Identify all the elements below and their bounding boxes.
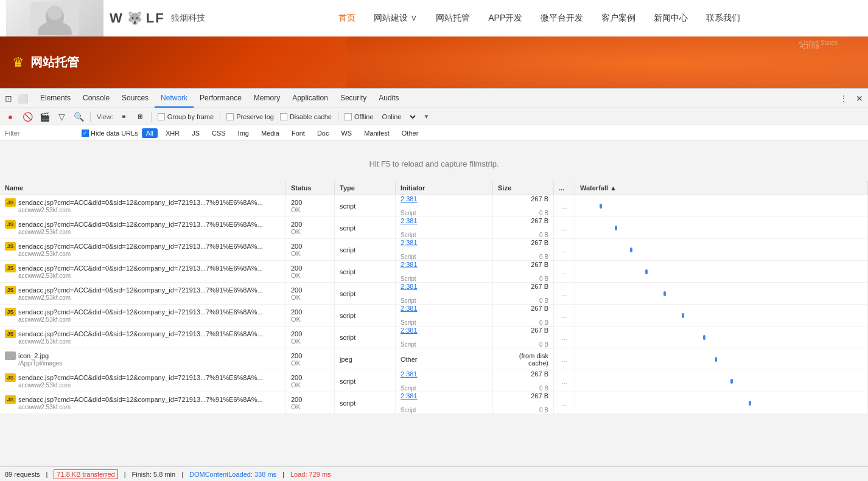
filter-icon[interactable]: ▽ <box>56 111 67 122</box>
devtools-panel: ⊡ ⬜ Elements Console Sources Network Per… <box>0 88 868 481</box>
td-dots[interactable]: ... <box>554 283 575 304</box>
request-host: accwww2.53kf.com <box>18 404 281 410</box>
table-row[interactable]: JS sendacc.jsp?cmd=ACC&did=0&sid=12&comp… <box>0 195 868 217</box>
table-row[interactable]: JS sendacc.jsp?cmd=ACC&did=0&sid=12&comp… <box>0 392 868 414</box>
filter-font[interactable]: Font <box>287 128 309 138</box>
tab-performance[interactable]: Performance <box>194 89 248 108</box>
close-devtools-icon[interactable]: ✕ <box>854 93 865 104</box>
nav-contact[interactable]: 联系我们 <box>706 13 740 24</box>
th-size[interactable]: Size <box>493 181 554 195</box>
filter-all[interactable]: All <box>142 128 158 138</box>
list-view-icon[interactable]: ≡ <box>119 113 129 120</box>
td-size: 267 B0 B <box>493 217 554 238</box>
filter-xhr[interactable]: XHR <box>161 128 184 138</box>
site-photo <box>6 0 103 36</box>
type-badge: JS <box>5 264 16 272</box>
initiator-link[interactable]: 2:381 <box>401 370 488 378</box>
initiator-link[interactable]: 2:381 <box>401 283 488 290</box>
filter-img[interactable]: Img <box>234 128 253 138</box>
nav-app-dev[interactable]: APP开发 <box>488 13 522 24</box>
td-dots[interactable]: ... <box>554 261 575 282</box>
filter-manifest[interactable]: Manifest <box>360 128 394 138</box>
more-icon[interactable]: ⋮ <box>838 93 849 104</box>
disable-cache-checkbox[interactable]: Disable cache <box>280 113 332 120</box>
td-dots[interactable]: ... <box>554 239 575 260</box>
filter-other[interactable]: Other <box>397 128 423 138</box>
hide-data-urls-checkbox[interactable]: Hide data URLs <box>82 130 138 137</box>
device-icon[interactable]: ⬜ <box>17 93 28 104</box>
filmstrip-icon[interactable]: 🎬 <box>39 111 50 122</box>
initiator-link[interactable]: 2:381 <box>401 305 488 312</box>
tab-audits[interactable]: Audits <box>373 89 405 108</box>
filter-js[interactable]: JS <box>187 128 204 138</box>
nav-news[interactable]: 新闻中心 <box>654 13 688 24</box>
search-icon[interactable]: 🔍 <box>73 111 84 122</box>
request-host: accwww2.53kf.com <box>18 229 281 235</box>
logo-lf: LF <box>146 10 165 26</box>
filter-ws[interactable]: WS <box>337 128 356 138</box>
td-name: JS sendacc.jsp?cmd=ACC&did=0&sid=12&comp… <box>0 195 286 216</box>
td-dots[interactable]: ... <box>554 327 575 348</box>
tab-memory[interactable]: Memory <box>248 89 286 108</box>
table-row[interactable]: JS sendacc.jsp?cmd=ACC&did=0&sid=12&comp… <box>0 261 868 283</box>
tab-application[interactable]: Application <box>286 89 334 108</box>
nav-customer-cases[interactable]: 客户案例 <box>601 13 635 24</box>
td-dots[interactable]: ... <box>554 305 575 326</box>
filter-css[interactable]: CSS <box>208 128 230 138</box>
table-row[interactable]: JS sendacc.jsp?cmd=ACC&did=0&sid=12&comp… <box>0 283 868 305</box>
initiator-sub: Script <box>401 319 488 326</box>
initiator-link[interactable]: 2:381 <box>401 392 488 400</box>
table-row[interactable]: icon_2.jpg /App/Tpl/images 200 OK jpeg O… <box>0 348 868 370</box>
tab-elements[interactable]: Elements <box>34 89 77 108</box>
th-status[interactable]: Status <box>286 181 335 195</box>
offline-checkbox[interactable]: Offline <box>345 113 374 120</box>
th-name[interactable]: Name <box>0 181 286 195</box>
table-row[interactable]: JS sendacc.jsp?cmd=ACC&did=0&sid=12&comp… <box>0 305 868 327</box>
initiator-link[interactable]: 2:381 <box>401 239 488 246</box>
status-code: 200 <box>291 265 329 272</box>
preserve-log-checkbox[interactable]: Preserve log <box>226 113 274 120</box>
table-row[interactable]: JS sendacc.jsp?cmd=ACC&did=0&sid=12&comp… <box>0 239 868 261</box>
tab-network[interactable]: Network <box>155 89 194 108</box>
sep1: | <box>46 471 47 478</box>
initiator-link[interactable]: 2:381 <box>401 217 488 224</box>
table-row[interactable]: JS sendacc.jsp?cmd=ACC&did=0&sid=12&comp… <box>0 370 868 392</box>
clear-icon[interactable]: 🚫 <box>22 111 33 122</box>
td-dots[interactable]: ... <box>554 195 575 216</box>
td-dots[interactable]: ... <box>554 370 575 392</box>
th-waterfall[interactable]: Waterfall ▲ <box>575 181 868 195</box>
waterfall-bar <box>730 379 733 384</box>
hide-data-urls-label: Hide data URLs <box>91 130 138 137</box>
tab-console[interactable]: Console <box>77 89 116 108</box>
filter-doc[interactable]: Doc <box>313 128 334 138</box>
throttle-select[interactable]: Online Fast 3G Slow 3G Offline <box>380 112 418 121</box>
initiator-link[interactable]: 2:381 <box>401 327 488 334</box>
nav-website-build[interactable]: 网站建设 ∨ <box>374 13 418 24</box>
th-type[interactable]: Type <box>335 181 396 195</box>
filter-media[interactable]: Media <box>257 128 284 138</box>
td-dots[interactable]: ... <box>554 217 575 238</box>
th-initiator[interactable]: Initiator <box>396 181 493 195</box>
td-status: 200 OK <box>286 239 335 260</box>
devtools-end-icons: ⋮ ✕ <box>838 93 865 104</box>
grid-view-icon[interactable]: ⊞ <box>135 113 145 120</box>
table-row[interactable]: JS sendacc.jsp?cmd=ACC&did=0&sid=12&comp… <box>0 327 868 348</box>
initiator-link[interactable]: 2:381 <box>401 261 488 268</box>
td-dots[interactable]: ... <box>554 348 575 370</box>
td-status: 200 OK <box>286 195 335 216</box>
td-dots[interactable]: ... <box>554 392 575 414</box>
inspect-icon[interactable]: ⊡ <box>3 93 14 104</box>
nav-home[interactable]: 首页 <box>338 13 355 24</box>
group-by-frame-checkbox[interactable]: Group by frame <box>158 113 214 120</box>
initiator-link[interactable]: 2:381 <box>401 195 488 202</box>
nav-website-host[interactable]: 网站托管 <box>436 13 470 24</box>
site-header: W 🐺 LF 狼烟科技 首页 网站建设 ∨ 网站托管 APP开发 微平台开发 客… <box>0 0 868 88</box>
tab-security[interactable]: Security <box>334 89 373 108</box>
nav-micro-platform[interactable]: 微平台开发 <box>541 13 583 24</box>
filter-input[interactable] <box>5 130 78 137</box>
record-icon[interactable]: ● <box>5 111 16 122</box>
size-bytes: 267 B <box>531 239 548 246</box>
network-table[interactable]: Name Status Type Initiator Size ... Wate… <box>0 181 868 466</box>
table-row[interactable]: JS sendacc.jsp?cmd=ACC&did=0&sid=12&comp… <box>0 217 868 239</box>
tab-sources[interactable]: Sources <box>116 89 155 108</box>
